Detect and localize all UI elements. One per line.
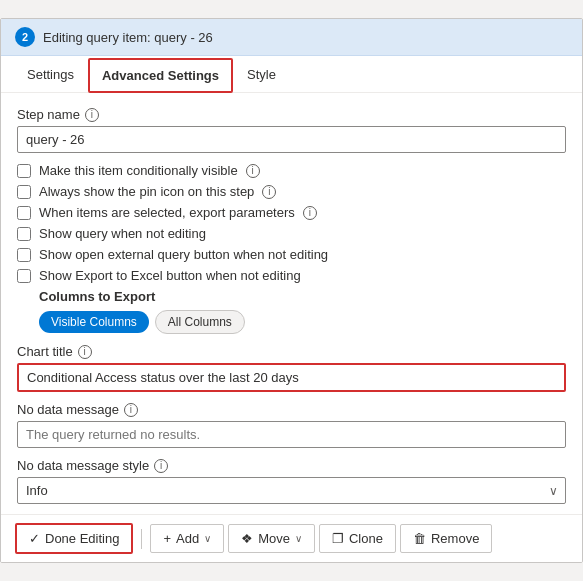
checkbox-cond-visible: Make this item conditionally visible i xyxy=(17,163,566,178)
step-name-label: Step name xyxy=(17,107,80,122)
columns-export-section: Columns to Export Visible Columns All Co… xyxy=(39,289,566,334)
chart-title-input[interactable] xyxy=(17,363,566,392)
panel-header: 2 Editing query item: query - 26 xyxy=(1,19,582,56)
done-editing-label: Done Editing xyxy=(45,531,119,546)
checkbox-show-ext-query-label: Show open external query button when not… xyxy=(39,247,328,262)
chart-title-label: Chart title xyxy=(17,344,73,359)
no-data-style-group: No data message style i Info Warning Err… xyxy=(17,458,566,504)
checkbox-show-query: Show query when not editing xyxy=(17,226,566,241)
checkbox-show-excel-input[interactable] xyxy=(17,269,31,283)
no-data-style-label-row: No data message style i xyxy=(17,458,566,473)
checkbox-show-ext-query: Show open external query button when not… xyxy=(17,247,566,262)
export-params-info-icon[interactable]: i xyxy=(303,206,317,220)
columns-export-label: Columns to Export xyxy=(39,289,566,304)
checkbox-show-pin: Always show the pin icon on this step i xyxy=(17,184,566,199)
remove-button[interactable]: 🗑 Remove xyxy=(400,524,492,553)
checkbox-export-params-label: When items are selected, export paramete… xyxy=(39,205,295,220)
columns-buttons-group: Visible Columns All Columns xyxy=(39,310,566,334)
move-icon: ❖ xyxy=(241,531,253,546)
step-name-input[interactable] xyxy=(17,126,566,153)
panel-title: Editing query item: query - 26 xyxy=(43,30,213,45)
visible-columns-button[interactable]: Visible Columns xyxy=(39,311,149,333)
main-panel: 2 Editing query item: query - 26 Setting… xyxy=(0,18,583,563)
add-chevron-icon: ∨ xyxy=(204,533,211,544)
checkbox-export-params: When items are selected, export paramete… xyxy=(17,205,566,220)
tab-bar: Settings Advanced Settings Style xyxy=(1,58,582,93)
checkbox-show-ext-query-input[interactable] xyxy=(17,248,31,262)
done-editing-button[interactable]: ✓ Done Editing xyxy=(15,523,133,554)
checkbox-show-query-input[interactable] xyxy=(17,227,31,241)
no-data-style-select[interactable]: Info Warning Error xyxy=(17,477,566,504)
footer-divider-1 xyxy=(141,529,142,549)
no-data-message-input[interactable] xyxy=(17,421,566,448)
checkboxes-group: Make this item conditionally visible i A… xyxy=(17,163,566,283)
chart-title-group: Chart title i xyxy=(17,344,566,392)
no-data-message-label: No data message xyxy=(17,402,119,417)
checkbox-export-params-input[interactable] xyxy=(17,206,31,220)
footer-bar: ✓ Done Editing + Add ∨ ❖ Move ∨ ❐ Clone … xyxy=(1,514,582,562)
no-data-style-select-wrapper: Info Warning Error ∨ xyxy=(17,477,566,504)
all-columns-button[interactable]: All Columns xyxy=(155,310,245,334)
checkbox-show-excel: Show Export to Excel button when not edi… xyxy=(17,268,566,283)
show-pin-info-icon[interactable]: i xyxy=(262,185,276,199)
checkbox-cond-visible-input[interactable] xyxy=(17,164,31,178)
move-button[interactable]: ❖ Move ∨ xyxy=(228,524,315,553)
checkbox-cond-visible-label: Make this item conditionally visible xyxy=(39,163,238,178)
checkbox-show-pin-label: Always show the pin icon on this step xyxy=(39,184,254,199)
done-check-icon: ✓ xyxy=(29,531,40,546)
trash-icon: 🗑 xyxy=(413,531,426,546)
chart-title-info-icon[interactable]: i xyxy=(78,345,92,359)
no-data-message-info-icon[interactable]: i xyxy=(124,403,138,417)
no-data-style-info-icon[interactable]: i xyxy=(154,459,168,473)
add-label: Add xyxy=(176,531,199,546)
cond-visible-info-icon[interactable]: i xyxy=(246,164,260,178)
no-data-message-label-row: No data message i xyxy=(17,402,566,417)
step-badge: 2 xyxy=(15,27,35,47)
checkbox-show-pin-input[interactable] xyxy=(17,185,31,199)
clone-icon: ❐ xyxy=(332,531,344,546)
tab-settings[interactable]: Settings xyxy=(15,58,86,93)
remove-label: Remove xyxy=(431,531,479,546)
clone-button[interactable]: ❐ Clone xyxy=(319,524,396,553)
clone-label: Clone xyxy=(349,531,383,546)
add-plus-icon: + xyxy=(163,531,171,546)
content-area: Step name i Make this item conditionally… xyxy=(1,93,582,504)
step-name-label-row: Step name i xyxy=(17,107,566,122)
step-name-info-icon[interactable]: i xyxy=(85,108,99,122)
chart-title-label-row: Chart title i xyxy=(17,344,566,359)
add-button[interactable]: + Add ∨ xyxy=(150,524,224,553)
step-name-group: Step name i xyxy=(17,107,566,153)
no-data-message-group: No data message i xyxy=(17,402,566,448)
move-label: Move xyxy=(258,531,290,546)
tab-advanced-settings[interactable]: Advanced Settings xyxy=(88,58,233,93)
no-data-style-label: No data message style xyxy=(17,458,149,473)
tab-style[interactable]: Style xyxy=(235,58,288,93)
checkbox-show-query-label: Show query when not editing xyxy=(39,226,206,241)
move-chevron-icon: ∨ xyxy=(295,533,302,544)
checkbox-show-excel-label: Show Export to Excel button when not edi… xyxy=(39,268,301,283)
